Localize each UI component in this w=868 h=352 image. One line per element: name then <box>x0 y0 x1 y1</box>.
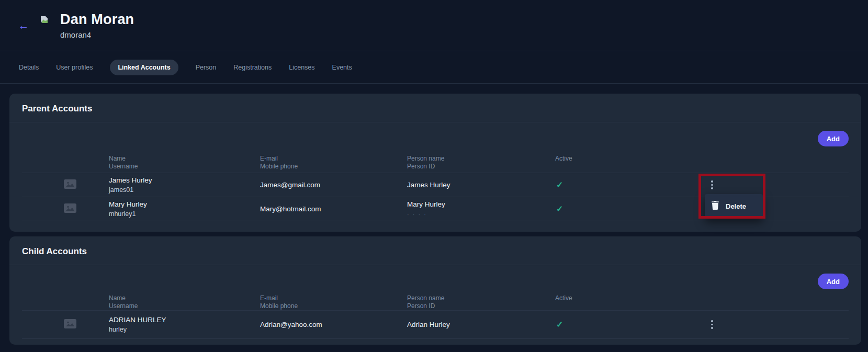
account-username: hurley <box>109 326 260 333</box>
column-active: Active <box>555 294 675 302</box>
account-username: james01 <box>109 186 260 194</box>
parent-accounts-panel: Parent Accounts Add Name Username E-mail… <box>9 94 861 232</box>
image-placeholder-icon <box>64 319 109 331</box>
account-email: Mary@hotmail.com <box>260 205 407 213</box>
arrow-left-icon: ← <box>18 19 29 32</box>
add-parent-account-button[interactable]: Add <box>818 131 849 146</box>
column-email-phone: E-mail Mobile phone <box>260 294 407 310</box>
tab-linked-accounts[interactable]: Linked Accounts <box>110 60 178 75</box>
page-title: Dan Moran <box>60 12 134 28</box>
user-identity: Dan Moran dmoran4 <box>60 12 134 39</box>
main-content: Parent Accounts Add Name Username E-mail… <box>0 94 868 345</box>
table-row: ADRIAN HURLEY hurley Adrian@yahoo.com Ad… <box>22 310 849 338</box>
image-placeholder-icon <box>64 203 109 215</box>
column-active: Active <box>555 155 675 163</box>
tab-user-profiles[interactable]: User profiles <box>56 64 93 71</box>
row-actions-menu-button[interactable] <box>707 319 717 331</box>
ellipsis-icon <box>711 180 713 183</box>
active-check-icon: ✓ <box>555 205 563 213</box>
delete-menu-item[interactable]: Delete <box>726 202 746 210</box>
table-bottom-divider <box>22 338 849 339</box>
panel-title: Child Accounts <box>22 246 87 257</box>
tab-licenses[interactable]: Licenses <box>289 64 314 71</box>
trash-icon <box>712 201 719 212</box>
column-email-phone: E-mail Mobile phone <box>260 155 407 171</box>
active-check-icon: ✓ <box>555 320 563 329</box>
column-person: Person name Person ID <box>407 155 555 171</box>
add-child-account-button[interactable]: Add <box>818 274 849 289</box>
page-header: ← Dan Moran dmoran4 <box>0 0 868 51</box>
child-accounts-header: Child Accounts <box>9 236 861 265</box>
person-name: James Hurley <box>407 181 555 189</box>
person-name: Mary Hurley <box>407 200 555 208</box>
row-actions-menu-button[interactable] <box>707 179 717 191</box>
account-email: James@gmail.com <box>260 181 407 189</box>
page-subtitle: dmoran4 <box>60 30 134 39</box>
child-accounts-table: Name Username E-mail Mobile phone Person… <box>22 289 849 339</box>
row-context-menu: Delete <box>705 194 763 218</box>
user-avatar-broken-image-icon <box>40 16 49 26</box>
active-check-icon: ✓ <box>555 180 563 189</box>
image-placeholder-icon <box>64 179 109 191</box>
account-email: Adrian@yahoo.com <box>260 321 407 328</box>
parent-accounts-toolbar: Add <box>9 122 861 146</box>
account-name: Mary Hurley <box>109 200 260 208</box>
column-name-username: Name Username <box>109 155 260 171</box>
ellipsis-icon <box>711 320 713 322</box>
person-name: Adrian Hurley <box>407 321 555 328</box>
child-accounts-toolbar: Add <box>9 265 861 289</box>
panel-title: Parent Accounts <box>22 104 92 114</box>
account-username: mhurley1 <box>109 210 260 218</box>
column-person: Person name Person ID <box>407 294 555 310</box>
parent-accounts-header: Parent Accounts <box>9 94 861 122</box>
child-accounts-panel: Child Accounts Add Name Username E-mail … <box>9 236 861 345</box>
account-name: James Hurley <box>109 176 260 184</box>
tabs-bar: Details User profiles Linked Accounts Pe… <box>0 51 868 84</box>
user-detail-page: ← Dan Moran dmoran4 Details User profile… <box>0 0 868 352</box>
back-button[interactable]: ← <box>16 18 31 33</box>
table-bottom-divider <box>22 221 849 221</box>
tab-person[interactable]: Person <box>196 64 217 71</box>
table-header-row: Name Username E-mail Mobile phone Person… <box>22 289 849 310</box>
column-name-username: Name Username <box>109 294 260 310</box>
table-header-row: Name Username E-mail Mobile phone Person… <box>22 146 849 173</box>
tab-details[interactable]: Details <box>19 64 39 71</box>
table-row: James Hurley james01 James@gmail.com Jam… <box>22 173 849 197</box>
account-name: ADRIAN HURLEY <box>109 316 260 324</box>
tab-registrations[interactable]: Registrations <box>233 64 272 71</box>
tab-events[interactable]: Events <box>332 64 352 71</box>
person-id-masked: · · · · <box>407 211 555 218</box>
